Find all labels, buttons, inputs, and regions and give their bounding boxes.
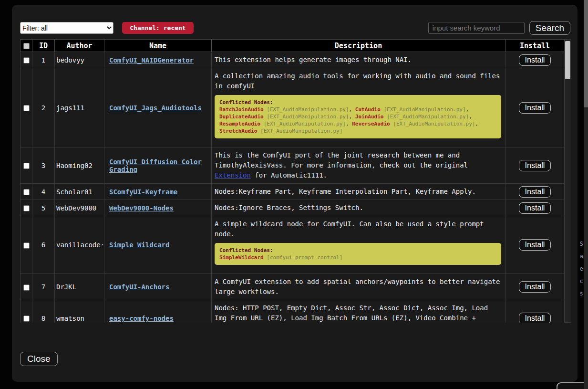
page-scrollbar[interactable] — [584, 0, 588, 389]
row-author: Haoming02 — [55, 147, 104, 184]
table-row: 8wmatsoneasy-comfy-nodesNodes: HTTP POST… — [21, 300, 565, 323]
node-name-link[interactable]: ComfyUI_Jags_Audiotools — [109, 104, 202, 112]
select-all-checkbox[interactable] — [23, 43, 30, 49]
filter-select[interactable]: Filter: all — [20, 22, 113, 34]
page-scrollbar-thumb[interactable] — [584, 0, 588, 107]
row-description: Nodes: HTTP POST, Empty Dict, Assoc Str,… — [212, 300, 505, 323]
ui-text-fragment: c — [579, 275, 584, 287]
conflicted-nodes-warning: Conflicted Nodes:BatchJoinAudio [EXT_Aud… — [215, 95, 501, 138]
row-author: bedovyy — [55, 52, 104, 68]
row-author: Scholar01 — [55, 184, 104, 200]
row-checkbox[interactable] — [23, 242, 30, 249]
row-install-cell: Install — [505, 184, 565, 200]
search-button[interactable]: Search — [529, 21, 570, 35]
conflict-node-ref: [EXT_AudioManipulation.py] — [383, 114, 469, 120]
row-id: 6 — [32, 216, 55, 274]
node-name-link[interactable]: SComfyUI-Keyframe — [109, 188, 177, 196]
row-checkbox-cell — [21, 52, 32, 68]
node-name-link[interactable]: WebDev9000-Nodes — [109, 204, 174, 212]
row-checkbox[interactable] — [23, 284, 30, 291]
row-checkbox[interactable] — [23, 163, 30, 169]
header-checkbox-cell — [21, 40, 32, 52]
table-row: 3Haoming02ComfyUI Diffusion Color Gradin… — [21, 147, 565, 184]
row-name-cell: easy-comfy-nodes — [104, 300, 212, 323]
install-button[interactable]: Install — [519, 239, 551, 251]
conflict-node-ref: [EXT_AudioManipulation.py] — [260, 121, 346, 127]
row-author: DrJKL — [55, 274, 104, 300]
row-checkbox-cell — [21, 147, 32, 184]
table-scrollbar-thumb[interactable] — [565, 41, 570, 79]
node-name-link[interactable]: ComfyUI Diffusion Color Grading — [109, 158, 202, 173]
row-description: Nodes:Keyframe Part, Keyframe Interpolat… — [212, 184, 505, 200]
install-button[interactable]: Install — [519, 186, 551, 198]
row-name-cell: ComfyUI_NAIDGenerator — [104, 52, 212, 68]
row-id: 7 — [32, 274, 55, 300]
row-checkbox-cell — [21, 184, 32, 200]
ui-text-fragment: S — [579, 238, 584, 250]
conflict-items: SimpleWildcard [comfyui-prompt-control] — [219, 254, 342, 261]
node-name-link[interactable]: ComfyUI-Anchors — [109, 283, 169, 291]
row-author: jags111 — [55, 68, 104, 147]
install-button[interactable]: Install — [519, 160, 551, 171]
table-row: 2jags111ComfyUI_Jags_AudiotoolsA collect… — [21, 68, 565, 147]
custom-nodes-manager-dialog: Filter: all Channel: recent Search — [12, 5, 578, 382]
install-button[interactable]: Install — [519, 281, 551, 293]
table-row: 7DrJKLComfyUI-AnchorsA ComfyUI extension… — [21, 274, 565, 300]
node-name-link[interactable]: ComfyUI_NAIDGenerator — [109, 56, 194, 64]
conflict-node-name: ReverseAudio — [352, 121, 390, 127]
row-id: 1 — [32, 52, 55, 68]
row-description: A ComfyUI extension to add spatial ancho… — [212, 274, 505, 300]
install-button[interactable]: Install — [519, 102, 551, 114]
row-install-cell: Install — [505, 68, 565, 147]
conflict-title: Conflicted Nodes: — [219, 247, 496, 254]
row-author: wmatson — [55, 300, 104, 323]
nodes-table-container: ID Author Name Description Install 1bedo… — [20, 39, 571, 323]
row-checkbox[interactable] — [23, 57, 30, 63]
row-description: This extension helps generate images thr… — [212, 52, 505, 68]
table-scrollbar[interactable] — [564, 39, 571, 323]
ui-text-fragment: s — [579, 287, 584, 300]
nodes-table: ID Author Name Description Install 1bedo… — [20, 39, 564, 323]
node-name-link[interactable]: Simple Wildcard — [109, 241, 169, 249]
screen: Filter: all Channel: recent Search — [0, 0, 588, 389]
channel-badge[interactable]: Channel: recent — [122, 22, 194, 34]
ui-text-fragment: e — [579, 263, 584, 275]
row-name-cell: Simple Wildcard — [104, 216, 212, 274]
conflict-node-name: JoinAudio — [355, 114, 384, 120]
row-id: 3 — [32, 147, 55, 184]
toolbar: Filter: all Channel: recent Search — [12, 5, 578, 39]
row-install-cell: Install — [505, 216, 565, 274]
node-name-link[interactable]: easy-comfy-nodes — [109, 315, 174, 322]
ui-text-fragment: a — [579, 250, 584, 263]
row-name-cell: WebDev9000-Nodes — [104, 200, 212, 216]
row-checkbox-cell — [21, 300, 32, 323]
row-name-cell: ComfyUI_Jags_Audiotools — [104, 68, 212, 147]
install-button[interactable]: Install — [519, 313, 551, 323]
close-button[interactable]: Close — [20, 352, 58, 366]
conflict-node-name: ResampleAudio — [219, 121, 260, 127]
row-author: vanillacode··· — [55, 216, 104, 274]
row-checkbox[interactable] — [23, 315, 30, 322]
row-description: Nodes:Ignore Braces, Settings Switch. — [212, 200, 505, 216]
row-checkbox[interactable] — [23, 105, 30, 111]
search-input[interactable] — [428, 22, 525, 34]
row-checkbox-cell — [21, 216, 32, 274]
row-install-cell: Install — [505, 274, 565, 300]
install-button[interactable]: Install — [519, 54, 551, 66]
table-row: 6vanillacode···Simple WildcardA simple w… — [21, 216, 565, 274]
row-description: A simple wildcard node for ComfyUI. Can … — [212, 216, 505, 274]
description-link[interactable]: Extension — [215, 171, 251, 179]
row-id: 2 — [32, 68, 55, 147]
conflict-node-ref: [EXT_AudioManipulation.py] — [264, 114, 349, 120]
conflict-node-name: StretchAudio — [219, 128, 257, 134]
install-button[interactable]: Install — [519, 202, 551, 214]
table-row: 1bedovyyComfyUI_NAIDGeneratorThis extens… — [21, 52, 565, 68]
nodes-table-viewport: ID Author Name Description Install 1bedo… — [20, 39, 564, 323]
conflicted-nodes-warning: Conflicted Nodes:SimpleWildcard [comfyui… — [215, 243, 501, 265]
conflict-node-ref: [comfyui-prompt-control] — [264, 254, 343, 261]
table-row: 4Scholar01SComfyUI-KeyframeNodes:Keyfram… — [21, 184, 565, 200]
row-checkbox[interactable] — [23, 189, 30, 195]
row-name-cell: ComfyUI-Anchors — [104, 274, 212, 300]
row-checkbox[interactable] — [23, 205, 30, 211]
row-install-cell: Install — [505, 52, 565, 68]
